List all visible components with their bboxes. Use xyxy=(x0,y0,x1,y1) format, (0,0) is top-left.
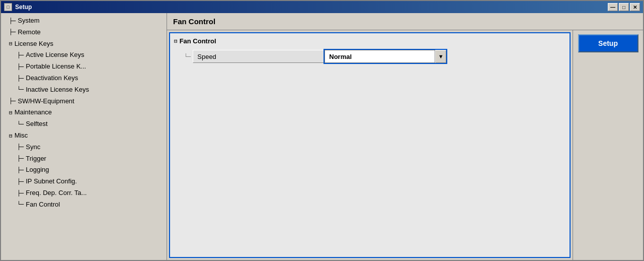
tree-expand-icon: ├─ xyxy=(9,97,16,106)
tree-expand-icon: └─ xyxy=(17,200,24,209)
sidebar-item-label: Active License Keys xyxy=(26,50,84,60)
setup-button[interactable]: Setup xyxy=(578,34,638,52)
right-panel: Setup xyxy=(573,30,643,260)
sidebar-item-ip-subnet-config[interactable]: ├─IP Subnet Config. xyxy=(1,176,167,187)
tree-expand-icon: └─ xyxy=(17,85,24,94)
tree-expand-icon: └─ xyxy=(17,120,24,129)
sidebar-item-label: Freq. Dep. Corr. Ta... xyxy=(26,188,87,199)
sidebar-item-logging[interactable]: ├─Logging xyxy=(1,164,167,176)
tree-expand-icon: ├─ xyxy=(17,154,24,163)
speed-dropdown[interactable]: Normal ▼ xyxy=(324,49,447,64)
content-panel: ⊟ Fan Control └─ Speed Normal ▼ xyxy=(169,32,571,258)
sidebar-item-active-license-keys[interactable]: ├─Active License Keys xyxy=(1,49,167,61)
sidebar-item-label: SW/HW-Equipment xyxy=(18,96,74,107)
sidebar-item-label: IP Subnet Config. xyxy=(26,176,77,187)
tree-expand-icon: ├─ xyxy=(9,17,16,26)
property-label: Speed xyxy=(193,50,324,63)
sidebar-item-freq-dep-corr[interactable]: ├─Freq. Dep. Corr. Ta... xyxy=(1,187,167,199)
sidebar: ├─System├─Remote⊟License Keys├─Active Li… xyxy=(1,13,167,260)
sidebar-item-misc[interactable]: ⊟Misc xyxy=(1,130,167,142)
sidebar-item-deactivation-keys[interactable]: ├─Deactivation Keys xyxy=(1,73,167,84)
window-content: ├─System├─Remote⊟License Keys├─Active Li… xyxy=(1,13,643,260)
tree-expand-icon: ├─ xyxy=(17,143,24,152)
sidebar-item-trigger[interactable]: ├─Trigger xyxy=(1,153,167,165)
title-bar: □ Setup — □ ✕ xyxy=(1,1,643,13)
sidebar-item-sync[interactable]: ├─Sync xyxy=(1,142,167,153)
window-icon: □ xyxy=(4,3,12,11)
section-title: Fan Control xyxy=(180,37,216,45)
sidebar-item-system[interactable]: ├─System xyxy=(1,15,167,27)
title-bar-left: □ Setup xyxy=(4,3,32,11)
sidebar-item-label: Trigger xyxy=(26,154,46,164)
tree-expand-icon: ⊟ xyxy=(9,132,13,141)
section-expand-icon[interactable]: ⊟ xyxy=(174,38,178,44)
sidebar-item-license-keys[interactable]: ⊟License Keys xyxy=(1,38,167,50)
sidebar-item-label: Portable License K... xyxy=(26,61,86,72)
sidebar-item-maintenance[interactable]: ⊟Maintenance xyxy=(1,107,167,118)
window-title: Setup xyxy=(15,4,32,11)
sidebar-item-inactive-license-keys[interactable]: └─Inactive License Keys xyxy=(1,84,167,96)
sidebar-item-label: Selftest xyxy=(26,119,47,129)
dropdown-arrow-button[interactable]: ▼ xyxy=(435,50,446,63)
title-buttons: — □ ✕ xyxy=(608,3,640,11)
sidebar-item-label: Sync xyxy=(26,142,40,153)
sidebar-item-label: System xyxy=(18,16,39,26)
fan-control-section: ⊟ Fan Control └─ Speed Normal ▼ xyxy=(174,37,566,64)
sidebar-item-remote[interactable]: ├─Remote xyxy=(1,27,167,38)
dropdown-selected-value: Normal xyxy=(325,50,435,63)
sidebar-item-selftest[interactable]: └─Selftest xyxy=(1,118,167,130)
sidebar-item-label: Deactivation Keys xyxy=(26,73,78,84)
tree-expand-icon: ├─ xyxy=(17,74,24,83)
tree-expand-icon: ├─ xyxy=(17,166,24,175)
main-header: Fan Control xyxy=(167,13,643,30)
sidebar-item-label: Misc xyxy=(15,130,28,141)
tree-expand-icon: ├─ xyxy=(17,177,24,186)
sidebar-item-label: Logging xyxy=(26,165,49,175)
sidebar-item-swhw-equipment[interactable]: ├─SW/HW-Equipment xyxy=(1,96,167,107)
sidebar-item-label: Remote xyxy=(18,27,41,38)
tree-expand-icon: ├─ xyxy=(17,189,24,198)
sidebar-item-fan-control[interactable]: └─Fan Control xyxy=(1,199,167,211)
property-row: └─ Speed Normal ▼ xyxy=(184,49,566,64)
sidebar-item-label: License Keys xyxy=(15,39,53,49)
close-button[interactable]: ✕ xyxy=(630,3,640,11)
minimize-button[interactable]: — xyxy=(608,3,618,11)
sidebar-item-label: Fan Control xyxy=(26,200,60,210)
tree-expand-icon: ⊟ xyxy=(9,39,13,48)
maximize-button[interactable]: □ xyxy=(619,3,629,11)
sidebar-item-portable-license-keys[interactable]: ├─Portable License K... xyxy=(1,61,167,73)
tree-expand-icon: ├─ xyxy=(9,28,16,37)
main-body: ⊟ Fan Control └─ Speed Normal ▼ xyxy=(167,30,643,260)
sidebar-item-label: Inactive License Keys xyxy=(26,85,89,95)
tree-expand-icon: ⊟ xyxy=(9,108,13,117)
tree-expand-icon: ├─ xyxy=(17,62,24,72)
section-header: ⊟ Fan Control xyxy=(174,37,566,45)
sidebar-item-label: Maintenance xyxy=(15,107,52,118)
tree-expand-icon: ├─ xyxy=(17,51,24,60)
property-value: Normal ▼ xyxy=(324,49,447,64)
main-window: □ Setup — □ ✕ ├─System├─Remote⊟License K… xyxy=(0,0,644,261)
main-area: Fan Control ⊟ Fan Control └─ Speed xyxy=(167,13,643,260)
tree-connector-dots: └─ xyxy=(184,53,191,60)
